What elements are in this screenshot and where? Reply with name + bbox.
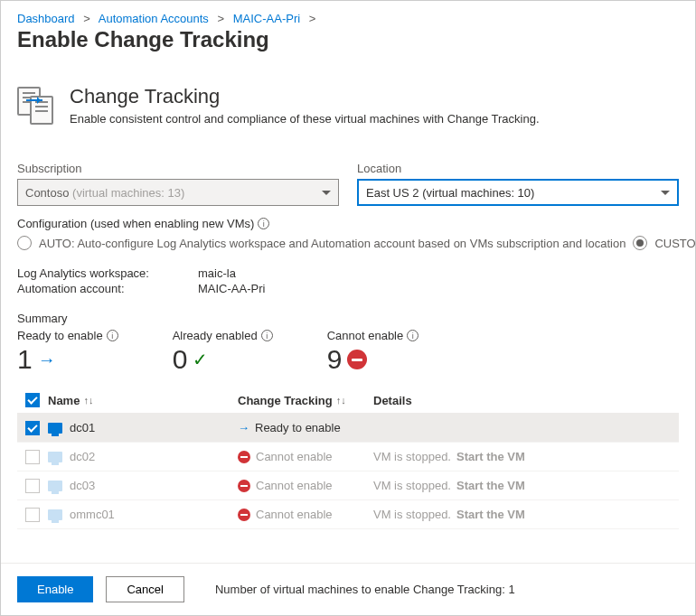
vm-icon — [48, 452, 62, 462]
automation-account-val: MAIC-AA-Pri — [198, 282, 265, 295]
change-tracking-icon — [17, 87, 55, 125]
summary-cannot-label: Cannot enable — [327, 329, 404, 342]
la-workspace-val: maic-la — [198, 266, 236, 280]
vm-name: dc02 — [70, 450, 95, 463]
vm-name: dc03 — [70, 479, 95, 492]
section-description: Enable consistent control and compliance… — [70, 112, 540, 126]
radio-custom[interactable] — [633, 236, 647, 250]
breadcrumb-link-maic-aa-pri[interactable]: MAIC-AA-Pri — [233, 12, 300, 25]
radio-custom-label: CUSTOM: — [654, 237, 695, 250]
breadcrumb: Dashboard > Automation Accounts > MAIC-A… — [17, 12, 679, 25]
location-value: East US 2 (virtual machines: 10) — [366, 186, 534, 200]
summary-heading: Summary — [17, 312, 679, 325]
automation-account-key: Automation account: — [17, 282, 198, 295]
ct-status: Ready to enable — [255, 421, 341, 434]
sort-icon[interactable]: ↑↓ — [336, 395, 346, 406]
breadcrumb-link-automation-accounts[interactable]: Automation Accounts — [99, 12, 209, 25]
page-title: Enable Change Tracking — [17, 27, 679, 52]
chevron-down-icon — [322, 191, 331, 195]
chevron-right-icon: > — [83, 12, 90, 25]
info-icon[interactable]: i — [407, 330, 419, 341]
ct-status: Cannot enable — [256, 508, 333, 521]
start-vm-link[interactable]: Start the VM — [456, 508, 525, 521]
subscription-label: Subscription — [17, 162, 339, 175]
arrow-right-icon: → — [38, 350, 56, 370]
table-row[interactable]: dc02Cannot enableVM is stopped.Start the… — [17, 443, 679, 471]
radio-auto-label: AUTO: Auto-configure Log Analytics works… — [39, 237, 625, 250]
subscription-value: Contoso — [25, 186, 69, 200]
row-checkbox — [25, 450, 40, 464]
summary-already-count: 0 — [173, 344, 188, 375]
footer: Enable Cancel Number of virtual machines… — [1, 563, 695, 615]
la-workspace-key: Log Analytics workspace: — [17, 266, 198, 280]
select-all-checkbox[interactable] — [25, 393, 40, 407]
footer-text: Number of virtual machines to enable Cha… — [215, 583, 515, 596]
blocked-icon — [238, 509, 250, 521]
col-change-tracking[interactable]: Change Tracking — [238, 394, 333, 407]
subscription-suffix: (virtual machines: 13) — [72, 186, 184, 200]
breadcrumb-link-dashboard[interactable]: Dashboard — [17, 12, 75, 25]
vm-name: ommc01 — [70, 508, 115, 521]
start-vm-link[interactable]: Start the VM — [456, 479, 525, 492]
summary-ready-count: 1 — [17, 344, 33, 375]
detail-text: VM is stopped. — [373, 479, 451, 492]
chevron-down-icon — [661, 191, 670, 195]
row-checkbox — [25, 508, 40, 522]
location-select[interactable]: East US 2 (virtual machines: 10) — [357, 179, 679, 206]
ct-status: Cannot enable — [256, 479, 333, 492]
section-title: Change Tracking — [70, 85, 540, 108]
subscription-select[interactable]: Contoso (virtual machines: 13) — [17, 179, 339, 206]
enable-button[interactable]: Enable — [17, 576, 93, 602]
check-icon: ✓ — [193, 349, 208, 370]
vm-icon — [48, 423, 62, 434]
blocked-icon — [238, 451, 250, 463]
vm-icon — [48, 509, 62, 520]
info-icon[interactable]: i — [261, 330, 273, 341]
table-row[interactable]: ommc01Cannot enableVM is stopped.Start t… — [17, 500, 679, 529]
vm-icon — [48, 481, 62, 491]
chevron-right-icon: > — [218, 12, 225, 25]
summary-cannot-count: 9 — [327, 344, 343, 375]
summary-already-label: Already enabled — [173, 329, 258, 342]
table-row[interactable]: dc03Cannot enableVM is stopped.Start the… — [17, 471, 679, 500]
col-name[interactable]: Name — [48, 394, 80, 407]
col-details: Details — [373, 394, 412, 407]
location-label: Location — [357, 162, 679, 175]
detail-text: VM is stopped. — [373, 508, 451, 521]
detail-text: VM is stopped. — [373, 450, 451, 463]
info-icon[interactable]: i — [107, 330, 118, 341]
blocked-icon — [347, 350, 367, 369]
table-row[interactable]: dc01→Ready to enable — [17, 414, 679, 443]
vm-name: dc01 — [70, 421, 95, 434]
arrow-right-icon: → — [238, 421, 249, 434]
vm-table: Name ↑↓ Change Tracking ↑↓ Details dc01→… — [17, 387, 679, 529]
summary-ready-label: Ready to enable — [17, 329, 103, 342]
blocked-icon — [238, 480, 250, 492]
row-checkbox — [25, 479, 40, 493]
chevron-right-icon: > — [309, 12, 316, 25]
ct-status: Cannot enable — [256, 450, 333, 463]
info-icon[interactable]: i — [258, 218, 269, 229]
row-checkbox[interactable] — [25, 421, 40, 435]
radio-auto[interactable] — [17, 236, 32, 250]
configuration-label: Configuration (used when enabling new VM… — [17, 217, 254, 230]
sort-icon[interactable]: ↑↓ — [83, 395, 93, 406]
cancel-button[interactable]: Cancel — [106, 576, 183, 602]
start-vm-link[interactable]: Start the VM — [456, 450, 525, 463]
